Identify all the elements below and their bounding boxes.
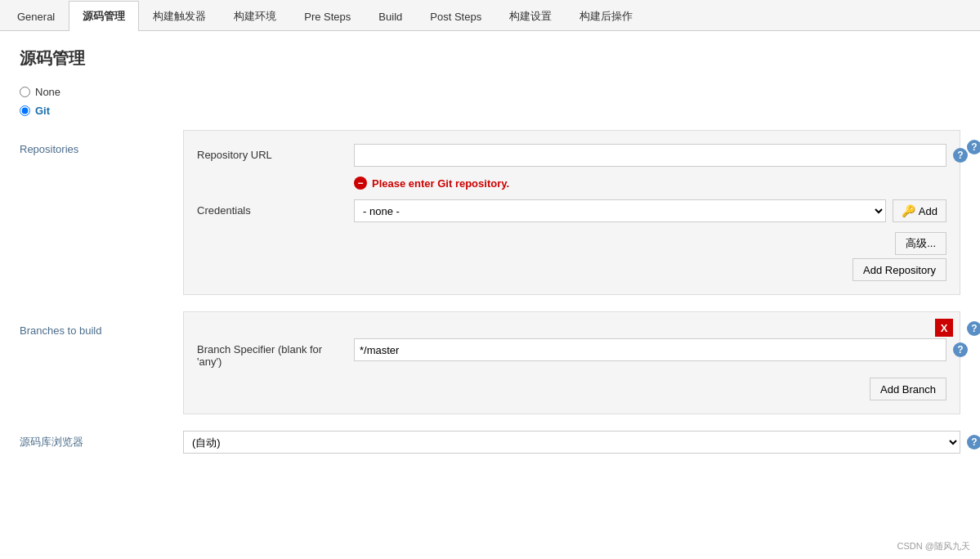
main-content: 源码管理 None Git Repositories Repository UR… [0,31,980,559]
delete-branch-button[interactable]: X [935,319,953,337]
repositories-box: Repository URL ? − Please enter Git repo… [183,130,960,295]
radio-git[interactable] [20,105,30,116]
radio-git-option[interactable]: Git [20,105,960,117]
tab-build[interactable]: Build [365,1,416,31]
branch-specifier-input[interactable] [354,338,946,361]
branches-box: X Branch Specifier (blank for 'any') ? A… [183,311,960,414]
tab-presteps[interactable]: Pre Steps [290,1,365,31]
branch-specifier-row: Branch Specifier (blank for 'any') ? [197,338,946,368]
repo-url-label: Repository URL [197,144,344,161]
tab-source[interactable]: 源码管理 [69,1,139,31]
credentials-row: Credentials - none - 🔑 Add [197,199,946,222]
branch-specifier-label: Branch Specifier (blank for 'any') [197,338,344,368]
add-cred-label: Add [919,205,937,217]
credentials-label: Credentials [197,199,344,217]
tab-env[interactable]: 构建环境 [220,1,290,31]
branches-label: Branches to build [20,311,183,337]
repositories-section: Repositories Repository URL ? − Please e… [20,130,960,295]
repo-url-error: − Please enter Git repository. [354,177,946,190]
repo-url-row: Repository URL ? [197,144,946,167]
key-icon: 🔑 [902,204,915,217]
tab-postbuild[interactable]: 构建后操作 [566,1,647,31]
credentials-select[interactable]: - none - [354,199,886,222]
error-text: Please enter Git repository. [372,177,509,190]
scm-radio-group: None Git [20,86,960,117]
tab-poststeps[interactable]: Post Steps [416,1,495,31]
add-branch-button[interactable]: Add Branch [870,378,946,400]
repositories-help-icon[interactable]: ? [967,140,980,154]
add-repository-button[interactable]: Add Repository [852,258,946,281]
page-title: 源码管理 [20,47,960,69]
browser-label: 源码库浏览器 [20,435,183,449]
radio-none-option[interactable]: None [20,86,960,98]
tab-trigger[interactable]: 构建触发器 [139,1,220,31]
branches-help-icon[interactable]: ? [967,321,980,336]
add-branch-btn-row: Add Branch [197,378,946,400]
browser-help-icon[interactable]: ? [967,435,980,449]
add-credentials-button[interactable]: 🔑 Add [893,199,946,222]
tab-settings[interactable]: 构建设置 [495,1,566,31]
advanced-btn-row: 高级... [197,232,946,255]
tab-general[interactable]: General [3,1,69,31]
radio-none[interactable] [20,87,30,97]
watermark: CSDN @随风九天 [897,540,970,552]
radio-git-label: Git [35,105,50,117]
radio-none-label: None [35,86,60,98]
branches-section: Branches to build X Branch Specifier (bl… [20,311,960,414]
advanced-button[interactable]: 高级... [895,232,946,255]
browser-select[interactable]: (自动) [183,431,960,454]
tab-bar: General 源码管理 构建触发器 构建环境 Pre Steps Build … [0,0,980,31]
browser-section: 源码库浏览器 (自动) ? [20,431,960,454]
error-circle-icon: − [354,177,367,190]
repositories-label: Repositories [20,130,183,155]
add-repo-btn-row: Add Repository [197,258,946,281]
branch-specifier-help-icon[interactable]: ? [953,342,968,357]
repo-url-help-icon[interactable]: ? [953,148,968,163]
repo-url-input[interactable] [354,144,946,167]
